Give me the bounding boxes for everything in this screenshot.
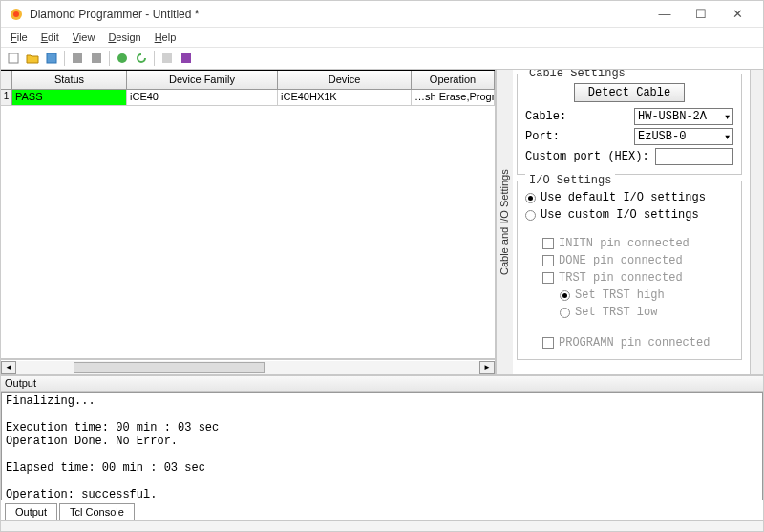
checkbox-icon xyxy=(542,337,554,349)
tool-icon-2[interactable] xyxy=(88,50,105,67)
radio-icon xyxy=(560,308,570,318)
port-select[interactable]: EzUSB-0▼ xyxy=(634,128,733,145)
log-icon[interactable] xyxy=(178,50,195,67)
grid-row-num: 1 xyxy=(1,90,12,105)
window-title: Diamond Programmer - Untitled * xyxy=(30,8,647,21)
grid-header: Status Device Family Device Operation xyxy=(1,71,495,90)
horizontal-scrollbar[interactable]: ◄ ► xyxy=(1,359,495,374)
radio-icon xyxy=(560,290,570,301)
chevron-down-icon: ▼ xyxy=(725,113,730,121)
scroll-left-icon[interactable]: ◄ xyxy=(1,361,16,374)
svg-rect-4 xyxy=(73,53,82,63)
statusbar xyxy=(1,520,763,532)
svg-rect-8 xyxy=(181,53,191,63)
main-area: Status Device Family Device Operation 1 … xyxy=(1,70,763,374)
grid-header-device[interactable]: Device xyxy=(278,71,412,89)
radio-icon xyxy=(525,210,536,221)
svg-rect-3 xyxy=(47,53,56,63)
output-tabstrip: Output Tcl Console xyxy=(1,500,763,520)
menubar: File Edit View Design Help xyxy=(1,28,763,47)
menu-design[interactable]: Design xyxy=(102,30,146,45)
cable-label: Cable: xyxy=(525,110,628,123)
close-button[interactable]: ✕ xyxy=(719,3,755,26)
io-settings-legend: I/O Settings xyxy=(525,174,615,187)
tab-output[interactable]: Output xyxy=(5,503,57,520)
toolbar xyxy=(1,47,763,70)
checkbox-trst: TRST pin connected xyxy=(542,271,733,285)
svg-rect-5 xyxy=(92,53,101,63)
open-icon[interactable] xyxy=(24,50,41,67)
app-icon xyxy=(9,7,24,22)
output-title: Output xyxy=(1,376,763,392)
grid-cell-operation[interactable]: …sh Erase,Progra xyxy=(412,90,495,105)
checkbox-icon xyxy=(542,238,554,249)
custom-port-input[interactable] xyxy=(655,148,733,165)
tool-icon-1[interactable] xyxy=(69,50,86,67)
chevron-down-icon: ▼ xyxy=(725,133,730,141)
side-panel: Cable and I/O Settings Cable Settings De… xyxy=(496,70,763,374)
menu-view[interactable]: View xyxy=(67,30,101,45)
cable-settings-group: Cable Settings Detect Cable Cable: HW-US… xyxy=(517,74,742,175)
tab-tcl-console[interactable]: Tcl Console xyxy=(59,503,135,520)
device-grid: Status Device Family Device Operation 1 … xyxy=(1,70,495,359)
grid-cell-family[interactable]: iCE40 xyxy=(127,90,278,105)
cable-select[interactable]: HW-USBN-2A▼ xyxy=(634,108,733,125)
svg-rect-7 xyxy=(162,53,172,63)
settings-panel: Cable Settings Detect Cable Cable: HW-US… xyxy=(513,70,750,374)
scroll-right-icon[interactable]: ► xyxy=(479,361,495,374)
io-settings-group: I/O Settings Use default I/O settings Us… xyxy=(517,181,742,360)
settings-icon[interactable] xyxy=(159,50,176,67)
checkbox-icon xyxy=(542,255,554,266)
maximize-button[interactable]: ☐ xyxy=(683,3,719,26)
grid-cell-status: PASS xyxy=(12,90,127,105)
cable-settings-legend: Cable Settings xyxy=(525,70,629,80)
save-icon[interactable] xyxy=(43,50,60,67)
detect-cable-button[interactable]: Detect Cable xyxy=(574,83,685,102)
titlebar: Diamond Programmer - Untitled * — ☐ ✕ xyxy=(1,1,763,28)
svg-rect-2 xyxy=(9,53,18,63)
svg-point-6 xyxy=(117,53,127,63)
grid-header-family[interactable]: Device Family xyxy=(127,71,278,89)
menu-edit[interactable]: Edit xyxy=(35,30,65,45)
checkbox-done: DONE pin connected xyxy=(542,254,733,267)
grid-row[interactable]: 1 PASS iCE40 iCE40HX1K …sh Erase,Progra xyxy=(1,90,495,106)
checkbox-initn: INITN pin connected xyxy=(542,237,733,250)
checkbox-icon xyxy=(542,272,554,284)
scroll-track[interactable] xyxy=(16,361,479,374)
device-grid-pane: Status Device Family Device Operation 1 … xyxy=(1,70,496,374)
radio-custom-io[interactable]: Use custom I/O settings xyxy=(525,208,733,222)
grid-header-operation[interactable]: Operation xyxy=(412,71,495,89)
menu-file[interactable]: File xyxy=(5,30,33,45)
side-tab-cable-io[interactable]: Cable and I/O Settings xyxy=(496,70,513,374)
settings-scrollbar[interactable] xyxy=(750,70,763,374)
refresh-icon[interactable] xyxy=(133,50,150,67)
radio-trst-high: Set TRST high xyxy=(560,288,733,302)
port-label: Port: xyxy=(525,130,628,143)
radio-trst-low: Set TRST low xyxy=(560,306,733,319)
minimize-button[interactable]: — xyxy=(647,3,683,26)
grid-header-rownum xyxy=(1,71,12,89)
grid-header-status[interactable]: Status xyxy=(12,71,127,89)
radio-default-io[interactable]: Use default I/O settings xyxy=(525,191,733,204)
new-icon[interactable] xyxy=(5,50,22,67)
custom-port-label: Custom port (HEX): xyxy=(525,150,649,163)
grid-cell-device[interactable]: iCE40HX1K xyxy=(278,90,412,105)
output-pane: Output Finalizing... Execution time: 00 … xyxy=(1,374,763,520)
menu-help[interactable]: Help xyxy=(149,30,182,45)
svg-point-1 xyxy=(13,11,19,17)
radio-icon xyxy=(525,193,536,203)
scroll-thumb[interactable] xyxy=(74,362,265,373)
program-icon[interactable] xyxy=(114,50,131,67)
output-textarea[interactable]: Finalizing... Execution time: 00 min : 0… xyxy=(1,392,763,500)
checkbox-programn: PROGRAMN pin connected xyxy=(542,336,733,350)
